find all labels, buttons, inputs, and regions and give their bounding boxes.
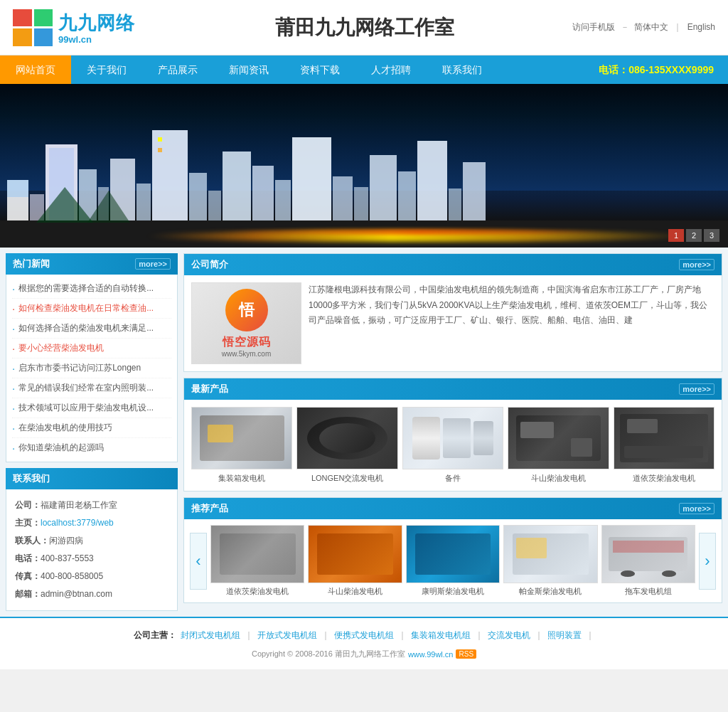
rec-item-5[interactable]: 拖车发电机组 [601, 525, 695, 597]
footer-main-label: 公司主营： [134, 629, 176, 642]
rec-name-4: 帕金斯柴油发电机 [503, 586, 597, 597]
footer-links-row: 公司主营： 封闭式发电机组 ｜ 开放式发电机组 ｜ 便携式发电机组 ｜ 集装箱发… [0, 625, 728, 646]
banner: 1 2 3 [0, 84, 728, 248]
product-img-4 [508, 407, 609, 469]
hot-news-section: 热门新闻 more>> · 根据您的需要选择合适的自动转换... · 如何检查柴… [6, 253, 178, 462]
mobile-link[interactable]: 访问手机版 [572, 22, 615, 32]
rec-item-4[interactable]: 帕金斯柴油发电机 [503, 525, 597, 597]
logo: 九九网络 99wl.cn [0, 9, 156, 46]
product-item-1[interactable]: 集装箱发电机 [191, 407, 292, 484]
product-name-4: 斗山柴油发电机 [508, 473, 609, 484]
rec-item-1[interactable]: 道依茨柴油发电机 [210, 525, 304, 597]
news-item-9[interactable]: · 你知道柴油机的起源吗 [12, 438, 171, 457]
news-item-3[interactable]: · 如何选择合适的柴油发电机来满足... [12, 319, 171, 339]
new-products-title: 最新产品 [191, 383, 228, 395]
rec-name-2: 斗山柴油发电机 [308, 586, 402, 597]
rec-img-4 [503, 525, 597, 583]
prev-arrow[interactable]: ‹ [190, 533, 207, 590]
product-item-5[interactable]: 道依茨柴油发电机 [614, 407, 714, 484]
logo-text: 九九网络 99wl.cn [58, 11, 135, 45]
rec-name-3: 康明斯柴油发电机 [406, 586, 500, 597]
footer-link-2[interactable]: 开放式发电机组 [257, 629, 317, 642]
footer-link-3[interactable]: 便携式发电机组 [334, 629, 394, 642]
rec-name-5: 拖车发电机组 [601, 586, 695, 597]
footer-link-6[interactable]: 照明装置 [547, 629, 582, 642]
contact-fax: 传真：400-800-858005 [15, 568, 168, 585]
nav-downloads[interactable]: 资料下载 [284, 55, 355, 84]
company-intro-body: 悟 悟空源码 www.5kym.com 江苏隆根电源科技有限公司，中国柴油发电机… [184, 275, 722, 371]
company-intro-header: 公司简介 more>> [184, 254, 722, 275]
hot-news-list: · 根据您的需要选择合适的自动转换... · 如何检查柴油发电机在日常检查油..… [6, 275, 178, 462]
rec-products-more[interactable]: more>> [679, 503, 714, 514]
rec-img-3 [406, 525, 500, 583]
nav-recruitment[interactable]: 人才招聘 [355, 55, 427, 84]
company-intro-more[interactable]: more>> [679, 259, 714, 270]
product-name-1: 集装箱发电机 [191, 473, 292, 484]
contact-header: 联系我们 [6, 468, 178, 489]
nav-contact[interactable]: 联系我们 [427, 55, 498, 84]
hot-news-more[interactable]: more>> [135, 258, 171, 270]
contact-body: 公司：福建莆田老杨工作室 主页：localhost:3779/web 联系人：闲… [6, 489, 178, 611]
header-links: 访问手机版 － 简体中文 ｜ English [572, 20, 728, 36]
news-item-6[interactable]: · 常见的错误我们经常在室内照明装... [12, 378, 171, 398]
nav-news[interactable]: 新闻资讯 [213, 55, 284, 84]
news-item-4[interactable]: · 要小心经营柴油发电机 [12, 339, 171, 358]
rss-badge[interactable]: RSS [456, 649, 476, 659]
company-intro-section: 公司简介 more>> 悟 悟空源码 www.5kym.com 江苏隆根电源科技… [183, 253, 722, 372]
indicator-3[interactable]: 3 [704, 229, 719, 242]
footer-copyright: Copyright © 2008-2016 莆田九九网络工作室 www.99wl… [0, 646, 728, 662]
sidebar: 热门新闻 more>> · 根据您的需要选择合适的自动转换... · 如何检查柴… [6, 253, 178, 611]
english-link[interactable]: English [687, 22, 715, 32]
rec-img-1 [210, 525, 304, 583]
rec-products-body: ‹ 道依茨柴油发电机 斗山柴油发电机 [184, 519, 722, 602]
product-name-2: LONGEN交流发电机 [296, 473, 397, 484]
logo-en: 99wl.cn [58, 34, 135, 45]
next-arrow[interactable]: › [699, 533, 716, 590]
sep1: － [621, 22, 629, 32]
product-img-2 [296, 407, 397, 469]
rec-img-5 [601, 525, 695, 583]
news-item-7[interactable]: · 技术领域可以应用于柴油发电机设... [12, 398, 171, 418]
sep2: ｜ [673, 22, 682, 32]
navigation: 网站首页 关于我们 产品展示 新闻资讯 资料下载 人才招聘 联系我们 电话：08… [0, 55, 728, 84]
nav-about[interactable]: 关于我们 [71, 55, 142, 84]
footer-link-5[interactable]: 交流发电机 [488, 629, 530, 642]
sep-f1: ｜ [245, 629, 253, 642]
footer-link-1[interactable]: 封闭式发电机组 [181, 629, 240, 642]
sep-f5: ｜ [535, 629, 543, 642]
contact-company: 公司：福建莆田老杨工作室 [15, 496, 168, 514]
company-intro-text: 江苏隆根电源科技有限公司，中国柴油发电机组的领先制造商，中国滨海省启东市江苏工厂… [309, 282, 714, 364]
rec-products-section: 推荐产品 more>> ‹ 道依茨柴油发电机 [183, 497, 722, 603]
sep-f6: ｜ [586, 629, 594, 642]
product-name-5: 道依茨柴油发电机 [614, 473, 714, 484]
news-item-8[interactable]: · 在柴油发电机的使用技巧 [12, 418, 171, 438]
wukong-logo-text: 悟空源码 [223, 335, 271, 350]
new-products-more[interactable]: more>> [679, 383, 714, 395]
host-link[interactable]: localhost:3779/web [41, 518, 114, 528]
product-item-4[interactable]: 斗山柴油发电机 [508, 407, 609, 484]
simplified-link[interactable]: 简体中文 [634, 22, 668, 32]
sep-f4: ｜ [475, 629, 483, 642]
product-img-3 [402, 407, 503, 469]
rec-items-container: 道依茨柴油发电机 斗山柴油发电机 康明斯柴油发电机 [207, 525, 699, 597]
product-item-3[interactable]: 备件 [402, 407, 503, 484]
indicator-2[interactable]: 2 [686, 229, 702, 242]
company-logo-box: 悟 悟空源码 www.5kym.com [191, 282, 301, 364]
news-item-5[interactable]: · 启东市市委书记访问江苏Longen [12, 358, 171, 378]
nav-home[interactable]: 网站首页 [0, 55, 71, 84]
sep-f3: ｜ [398, 629, 407, 642]
footer-link-4[interactable]: 集装箱发电机组 [411, 629, 471, 642]
footer-website[interactable]: www.99wl.cn [408, 650, 454, 659]
rec-item-3[interactable]: 康明斯柴油发电机 [406, 525, 500, 597]
indicator-1[interactable]: 1 [668, 229, 684, 242]
product-name-3: 备件 [402, 473, 503, 484]
nav-products[interactable]: 产品展示 [142, 55, 213, 84]
rec-item-2[interactable]: 斗山柴油发电机 [308, 525, 402, 597]
product-item-2[interactable]: LONGEN交流发电机 [296, 407, 397, 484]
news-item-1[interactable]: · 根据您的需要选择合适的自动转换... [12, 279, 171, 299]
product-img-1 [191, 407, 292, 469]
news-item-2[interactable]: · 如何检查柴油发电机在日常检查油... [12, 299, 171, 319]
rec-name-1: 道依茨柴油发电机 [210, 586, 304, 597]
contact-email: 邮箱：admin@btnan.com [15, 585, 168, 603]
contact-section: 联系我们 公司：福建莆田老杨工作室 主页：localhost:3779/web … [6, 468, 178, 611]
